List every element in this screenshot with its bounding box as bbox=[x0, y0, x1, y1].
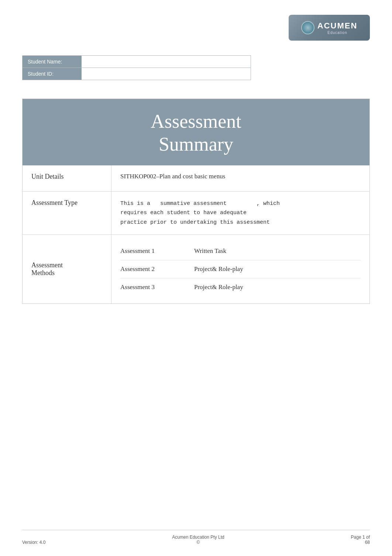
student-name-row: Student Name: bbox=[23, 56, 251, 68]
assessment-methods-content: Assessment 1 Written Task Assessment 2 P… bbox=[111, 235, 369, 303]
logo-icon bbox=[301, 21, 314, 34]
logo-subtext: Education bbox=[317, 31, 358, 35]
footer-page-text: Page 1 of bbox=[351, 535, 370, 540]
footer-page: Page 1 of 68 bbox=[351, 535, 370, 545]
footer-company-line1: Acumen Education Pty Ltd bbox=[172, 535, 224, 540]
student-name-value bbox=[82, 56, 251, 68]
method-3-type: Project& Role-play bbox=[194, 284, 243, 291]
method-row-1: Assessment 1 Written Task bbox=[120, 242, 361, 260]
method-row-2: Assessment 2 Project& Role-play bbox=[120, 260, 361, 278]
student-id-row: Student ID: bbox=[23, 68, 251, 80]
assessment-methods-label: Assessment Methods bbox=[23, 235, 111, 303]
method-1-type: Written Task bbox=[194, 247, 226, 255]
summary-body: Unit Details SITHKOP002–Plan and cost ba… bbox=[23, 165, 369, 304]
assessment-summary-section: Assessment Summary Unit Details SITHKOP0… bbox=[22, 99, 370, 304]
page: ACUMEN Education Student Name: Student I… bbox=[0, 0, 392, 556]
unit-details-row: Unit Details SITHKOP002–Plan and cost ba… bbox=[23, 165, 369, 191]
footer-page-num: 68 bbox=[351, 540, 370, 545]
footer-version: Version: 4.0 bbox=[22, 540, 45, 545]
logo-text: ACUMEN bbox=[317, 21, 358, 31]
method-2-num: Assessment 2 bbox=[120, 265, 194, 273]
assessment-methods-row: Assessment Methods Assessment 1 Written … bbox=[23, 234, 369, 303]
method-3-num: Assessment 3 bbox=[120, 284, 194, 291]
assessment-type-label: Assessment Type bbox=[23, 192, 111, 235]
method-2-type: Project& Role-play bbox=[194, 265, 243, 273]
method-1-num: Assessment 1 bbox=[120, 247, 194, 255]
student-info-table: Student Name: Student ID: bbox=[22, 55, 251, 80]
summary-title: Assessment Summary bbox=[30, 110, 362, 156]
unit-details-value: SITHKOP002–Plan and cost basic menus bbox=[111, 165, 369, 191]
method-row-3: Assessment 3 Project& Role-play bbox=[120, 278, 361, 296]
assessment-type-content: This is a summative assessment , which r… bbox=[111, 192, 369, 235]
assessment-type-row: Assessment Type This is a summative asse… bbox=[23, 191, 369, 235]
footer-company: Acumen Education Pty Ltd © bbox=[172, 535, 224, 545]
student-name-label: Student Name: bbox=[23, 56, 82, 68]
footer: Version: 4.0 Acumen Education Pty Ltd © … bbox=[22, 530, 370, 545]
summary-header: Assessment Summary bbox=[23, 99, 369, 165]
student-id-label: Student ID: bbox=[23, 68, 82, 80]
footer-company-line2: © bbox=[172, 540, 224, 545]
logo: ACUMEN Education bbox=[289, 15, 370, 41]
unit-details-label: Unit Details bbox=[23, 165, 111, 191]
student-id-value bbox=[82, 68, 251, 80]
header: ACUMEN Education bbox=[22, 15, 370, 41]
assessment-type-text: This is a summative assessment , which r… bbox=[120, 199, 361, 227]
